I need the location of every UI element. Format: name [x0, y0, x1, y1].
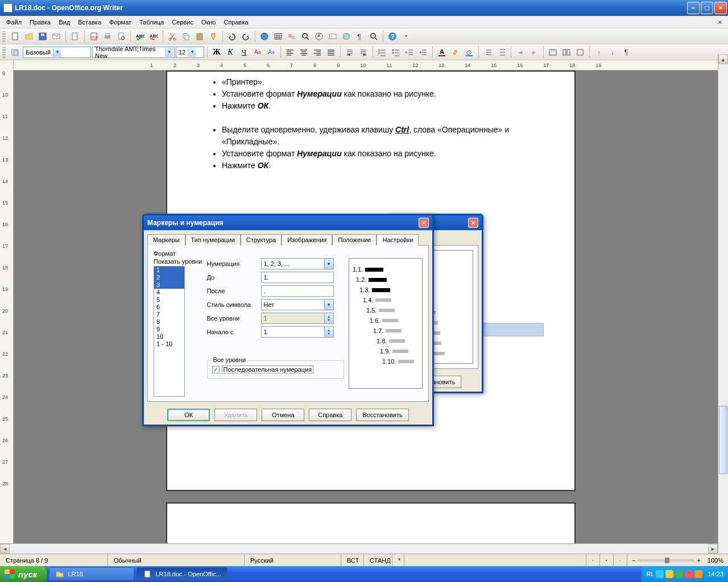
font-color-button[interactable]: A — [436, 46, 448, 59]
dialog-close-button[interactable]: × — [419, 218, 429, 228]
level-item[interactable]: 6 — [154, 304, 184, 311]
columns-button[interactable] — [560, 46, 573, 59]
zoom-rail[interactable] — [638, 559, 694, 562]
gallery-button[interactable] — [326, 30, 339, 43]
tray-icon[interactable] — [656, 570, 664, 578]
status-lang[interactable]: Русский — [245, 554, 341, 566]
tray-icon[interactable] — [694, 570, 702, 578]
highlight-button[interactable] — [449, 46, 462, 59]
font-size-combo[interactable]: 12 ▼ — [176, 47, 204, 58]
tab-graphics[interactable]: Изображения — [282, 234, 332, 246]
menu-help[interactable]: Справка — [220, 18, 252, 27]
menu-insert[interactable]: Вставка — [74, 18, 105, 27]
zoom-out-icon[interactable]: − — [632, 557, 635, 564]
linespacing-1-button[interactable] — [482, 46, 494, 59]
level-item[interactable]: 9 — [154, 326, 184, 333]
level-item[interactable]: 7 — [154, 311, 184, 318]
spinner-buttons[interactable]: ▲▼ — [325, 326, 334, 338]
restore-button[interactable]: Восстановить — [356, 409, 408, 421]
tab-position[interactable]: Положение — [332, 234, 377, 246]
scroll-right-button[interactable]: ► — [708, 544, 718, 554]
undo-button[interactable] — [226, 30, 238, 43]
status-selection[interactable]: СТАНД — [364, 554, 392, 566]
level-item[interactable]: 4 — [154, 289, 184, 296]
align-left-button[interactable] — [284, 46, 296, 59]
scroll-thumb[interactable] — [719, 406, 727, 474]
hyperlink-button[interactable] — [258, 30, 271, 43]
linespacing-2-button[interactable] — [495, 46, 508, 59]
scroll-up-button[interactable]: ▲ — [718, 55, 728, 64]
alllevels-spinner[interactable]: ▲▼ — [261, 313, 334, 324]
status-insert[interactable]: ВСТ — [341, 554, 364, 566]
paragraph-button[interactable]: ¶ — [620, 46, 632, 59]
dialog-back-close-button[interactable]: × — [468, 218, 478, 228]
nonprinting-button[interactable]: ¶ — [354, 30, 366, 43]
level-item[interactable]: 10 — [154, 333, 184, 340]
menu-edit[interactable]: Правка — [26, 18, 55, 27]
bold-button[interactable]: Ж — [210, 46, 223, 59]
save-button[interactable] — [36, 30, 49, 43]
level-item[interactable]: 1 — [154, 267, 184, 274]
status-view-multi[interactable] — [600, 554, 614, 566]
scroll-left-button[interactable]: ◄ — [0, 544, 10, 554]
zoom-button[interactable] — [367, 30, 380, 43]
superscript-button[interactable]: Aa — [251, 46, 264, 59]
menu-window[interactable]: Окно — [197, 18, 220, 27]
email-button[interactable] — [50, 30, 63, 43]
rtl-button[interactable] — [357, 46, 370, 59]
indent-decrease-button[interactable] — [403, 46, 416, 59]
paragraph-style-combo[interactable]: Базовый ▼ — [23, 47, 91, 58]
background-color-button[interactable] — [463, 46, 475, 59]
menu-file[interactable]: Файл — [2, 18, 26, 27]
format-paintbrush-button[interactable] — [207, 30, 220, 43]
autospell-button[interactable]: ABC — [147, 30, 160, 43]
tab-bullets[interactable]: Маркеры — [147, 234, 185, 246]
start-button[interactable]: пуск — [0, 566, 48, 582]
print-button[interactable] — [101, 30, 114, 43]
window-close-button[interactable]: × — [714, 2, 727, 14]
level-list[interactable]: 1 2 3 4 5 6 7 8 9 10 1 - 10 — [154, 266, 185, 397]
start-value[interactable] — [261, 326, 325, 338]
system-tray[interactable]: RL 14:23 — [642, 566, 728, 582]
sequential-numbering-checkbox[interactable]: ✓ Последовательная нумерация — [212, 365, 340, 373]
spellcheck-button[interactable]: ABC — [134, 30, 146, 43]
insert-frame-button[interactable] — [574, 46, 586, 59]
help-button[interactable]: Справка — [309, 409, 351, 421]
tab-outline[interactable]: Структура — [241, 234, 282, 246]
nav-fwd-button[interactable]: ► — [528, 46, 540, 59]
start-spinner[interactable]: ▲▼ — [261, 326, 334, 338]
move-down-button[interactable]: ↓ — [606, 46, 619, 59]
paste-button[interactable] — [193, 30, 206, 43]
zoom-value[interactable]: 100% — [708, 557, 723, 564]
align-justify-button[interactable] — [325, 46, 337, 59]
align-center-button[interactable] — [297, 46, 310, 59]
tray-clock[interactable]: 14:23 — [708, 571, 723, 577]
indent-increase-button[interactable] — [417, 46, 429, 59]
find-button[interactable] — [299, 30, 312, 43]
status-view-single[interactable] — [586, 554, 600, 566]
taskbar-item-folder[interactable]: LR18 — [49, 567, 134, 581]
navigator-button[interactable] — [313, 30, 325, 43]
before-input[interactable] — [261, 272, 334, 283]
zoom-thumb[interactable] — [665, 558, 669, 563]
datasources-button[interactable] — [340, 30, 353, 43]
after-input[interactable] — [261, 285, 334, 297]
align-right-button[interactable] — [311, 46, 324, 59]
italic-button[interactable]: К — [224, 46, 237, 59]
charstyle-value[interactable] — [261, 299, 325, 310]
window-minimize-button[interactable]: − — [687, 2, 700, 14]
tray-icon[interactable] — [685, 570, 693, 578]
nav-back-button[interactable]: ◄ — [514, 46, 527, 59]
level-item[interactable]: 8 — [154, 318, 184, 326]
menu-tools[interactable]: Сервис — [168, 18, 197, 27]
tray-icon[interactable] — [675, 570, 683, 578]
status-page[interactable]: Страница 8 / 9 — [0, 554, 108, 566]
tab-options[interactable]: Настройки — [377, 234, 419, 246]
taskbar-item-writer[interactable]: LR18.doc - OpenOffic... — [136, 567, 227, 581]
zoom-slider[interactable]: − + 100% — [627, 557, 728, 564]
edit-doc-button[interactable] — [69, 30, 81, 43]
horizontal-ruler[interactable]: 12345678910111213141516171819 — [14, 60, 728, 70]
level-item[interactable]: 3 — [154, 281, 184, 289]
vertical-ruler[interactable]: 910111213141516171819202122232425262728 — [0, 60, 14, 560]
redo-button[interactable] — [239, 30, 252, 43]
